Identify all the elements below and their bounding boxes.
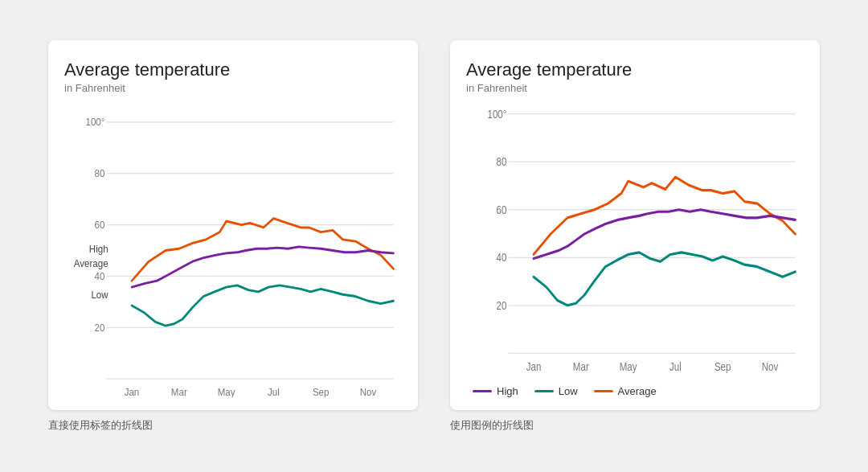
svg-text:60: 60 <box>497 203 507 215</box>
svg-text:Sep: Sep <box>313 386 330 397</box>
svg-text:80: 80 <box>497 155 507 168</box>
chart1-title: Average temperature <box>64 60 402 80</box>
legend-label-high: High <box>497 385 518 397</box>
svg-text:20: 20 <box>497 298 507 311</box>
legend-line-average <box>594 390 613 392</box>
chart2-subtitle: in Fahrenheit <box>466 82 804 94</box>
legend-label-low: Low <box>559 385 578 397</box>
chart2-svg: 100° 80 60 40 20 Jan Mar May Jul Sep Nov <box>466 104 804 379</box>
svg-text:May: May <box>620 359 637 372</box>
svg-text:Jul: Jul <box>268 386 280 397</box>
svg-text:100°: 100° <box>86 116 105 128</box>
svg-text:Mar: Mar <box>171 386 187 397</box>
legend-line-high <box>473 390 492 392</box>
svg-text:Average: Average <box>74 257 108 269</box>
chart1-wrapper: Average temperature in Fahrenheit 100° 8… <box>48 40 418 433</box>
svg-text:High: High <box>89 243 108 255</box>
svg-text:Nov: Nov <box>762 359 779 372</box>
svg-text:Nov: Nov <box>360 386 377 397</box>
legend-item-low: Low <box>534 385 578 397</box>
chart2-wrapper: Average temperature in Fahrenheit 100° 8… <box>450 40 820 433</box>
svg-text:80: 80 <box>95 167 105 179</box>
svg-text:100°: 100° <box>488 107 507 120</box>
legend-item-high: High <box>473 385 518 397</box>
chart1-svg: 100° 80 60 40 20 Jan Mar May Jul Sep Nov <box>64 104 402 397</box>
chart2-area: 100° 80 60 40 20 Jan Mar May Jul Sep Nov <box>466 104 804 379</box>
chart2-title: Average temperature <box>466 60 804 80</box>
svg-text:Sep: Sep <box>714 359 731 372</box>
chart2-legend: High Low Average <box>466 385 804 397</box>
main-container: Average temperature in Fahrenheit 100° 8… <box>24 16 844 457</box>
svg-text:Jul: Jul <box>669 359 682 372</box>
svg-text:Jan: Jan <box>526 359 542 372</box>
svg-text:40: 40 <box>95 270 105 282</box>
svg-text:40: 40 <box>497 251 507 264</box>
svg-text:Jan: Jan <box>125 386 140 397</box>
legend-line-low <box>534 390 554 392</box>
chart1-card: Average temperature in Fahrenheit 100° 8… <box>48 40 418 410</box>
legend-label-average: Average <box>618 385 657 397</box>
chart1-subtitle: in Fahrenheit <box>64 82 402 94</box>
svg-text:60: 60 <box>95 219 105 231</box>
svg-text:Low: Low <box>91 289 108 301</box>
svg-text:Mar: Mar <box>573 359 590 372</box>
chart2-caption: 使用图例的折线图 <box>450 418 534 433</box>
chart1-area: 100° 80 60 40 20 Jan Mar May Jul Sep Nov <box>64 104 402 397</box>
svg-text:May: May <box>218 386 235 397</box>
svg-text:20: 20 <box>95 322 105 334</box>
legend-item-average: Average <box>594 385 657 397</box>
chart2-card: Average temperature in Fahrenheit 100° 8… <box>450 40 820 410</box>
chart1-caption: 直接使用标签的折线图 <box>48 418 153 433</box>
